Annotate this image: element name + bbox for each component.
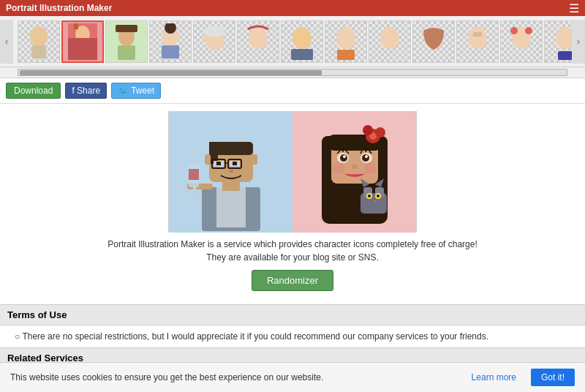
thumb-item[interactable] — [237, 20, 279, 63]
thumb-item[interactable] — [281, 20, 323, 63]
terms-body: There are no special restrictions, but I… — [0, 325, 585, 347]
svg-rect-18 — [337, 50, 355, 60]
svg-point-75 — [352, 165, 358, 169]
thumb-item[interactable] — [193, 20, 235, 63]
svg-line-73 — [366, 149, 366, 152]
illustration-display — [168, 111, 417, 232]
thumb-item[interactable] — [369, 20, 411, 63]
horizontal-scrollbar-container — [0, 67, 585, 78]
app-title: Portrait Illustration Maker — [6, 3, 112, 13]
svg-rect-33 — [216, 187, 246, 227]
thumb-item[interactable] — [544, 20, 572, 63]
thumb-item[interactable] — [105, 20, 148, 63]
thumb-item[interactable] — [149, 20, 192, 63]
svg-rect-44 — [233, 162, 237, 165]
facebook-icon: f — [72, 86, 77, 96]
thumb-item[interactable] — [18, 20, 60, 63]
randomizer-button[interactable]: Randomizer — [252, 270, 333, 291]
scroll-right-button[interactable]: › — [572, 20, 585, 64]
svg-point-19 — [380, 27, 399, 49]
svg-point-68 — [365, 155, 368, 158]
download-button[interactable]: Download — [6, 83, 61, 99]
svg-rect-46 — [205, 154, 211, 165]
svg-rect-52 — [193, 186, 196, 197]
svg-rect-8 — [118, 45, 135, 60]
svg-point-15 — [292, 27, 312, 49]
cookie-consent-bar: This website uses cookies to ensure you … — [0, 362, 585, 392]
thumb-scroll-area — [13, 18, 572, 66]
svg-rect-47 — [252, 154, 257, 165]
svg-point-61 — [375, 127, 385, 137]
accept-cookies-button[interactable]: Got it! — [531, 369, 575, 386]
svg-rect-16 — [291, 49, 313, 60]
svg-point-85 — [368, 195, 371, 197]
svg-rect-27 — [558, 51, 572, 60]
left-character-panel — [169, 112, 292, 233]
action-toolbar: Download f f ShareShare 🐦 Tweet — [0, 78, 585, 104]
svg-point-0 — [30, 26, 48, 47]
svg-point-26 — [556, 27, 572, 49]
svg-rect-7 — [116, 25, 137, 32]
svg-point-25 — [510, 27, 518, 34]
thumb-item[interactable] — [325, 20, 367, 63]
male-character-svg — [173, 114, 290, 231]
svg-point-76 — [333, 162, 344, 174]
scroll-left-button[interactable]: ‹ — [0, 20, 13, 64]
svg-rect-5 — [68, 38, 97, 60]
svg-rect-13 — [204, 26, 224, 37]
svg-point-77 — [365, 162, 377, 174]
svg-rect-51 — [189, 169, 199, 180]
thumb-item[interactable] — [456, 20, 499, 63]
svg-point-62 — [363, 125, 373, 135]
facebook-share-button[interactable]: f f ShareShare — [65, 83, 107, 99]
svg-point-14 — [249, 27, 268, 49]
cookie-message: This website uses cookies to ensure you … — [10, 372, 469, 382]
svg-rect-4 — [74, 23, 78, 29]
svg-point-24 — [525, 27, 532, 34]
app-header: Portrait Illustration Maker ☰ — [0, 0, 585, 16]
svg-rect-11 — [162, 45, 179, 59]
svg-rect-53 — [189, 196, 200, 199]
thumb-item[interactable] — [500, 20, 543, 63]
learn-more-link[interactable]: Learn more — [472, 372, 516, 382]
thumbnail-strip: ‹ — [0, 16, 585, 67]
scrollbar-thumb[interactable] — [20, 70, 322, 75]
main-content: Portrait Illustration Maker is a service… — [0, 104, 585, 304]
terms-header: Terms of Use — [0, 305, 585, 325]
svg-rect-50 — [187, 164, 200, 168]
svg-rect-45 — [229, 170, 233, 173]
svg-point-86 — [377, 195, 380, 197]
svg-point-17 — [336, 27, 355, 49]
svg-rect-43 — [216, 162, 221, 165]
svg-point-21 — [468, 27, 487, 49]
service-description: Portrait Illustration Maker is a service… — [107, 238, 478, 264]
svg-rect-22 — [473, 32, 482, 37]
svg-rect-1 — [31, 45, 46, 59]
thumb-item-active[interactable] — [61, 20, 104, 63]
menu-icon[interactable]: ☰ — [569, 1, 579, 15]
horizontal-scrollbar[interactable] — [18, 69, 567, 76]
female-character-svg — [296, 114, 413, 231]
twitter-share-button[interactable]: 🐦 Tweet — [111, 83, 161, 99]
terms-of-use-section: Terms of Use There are no special restri… — [0, 304, 585, 347]
thumb-item[interactable] — [412, 20, 455, 63]
svg-point-67 — [343, 155, 346, 158]
right-character-panel — [292, 112, 416, 233]
